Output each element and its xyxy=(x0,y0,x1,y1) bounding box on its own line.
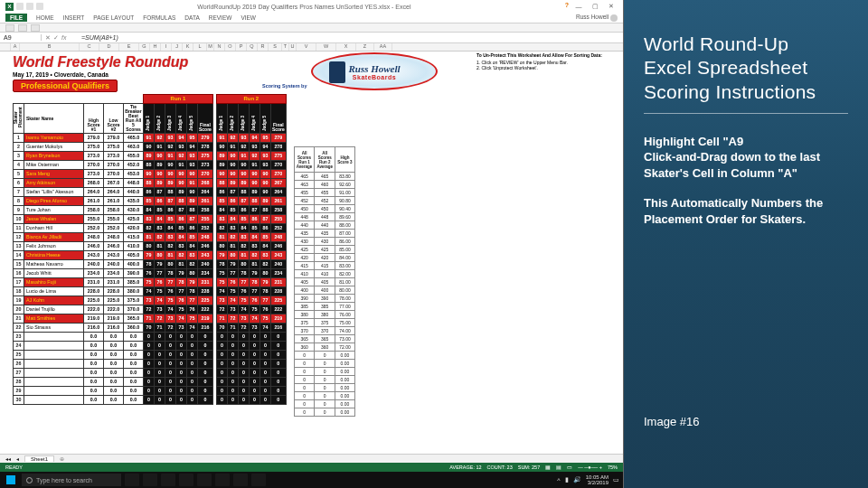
table-row[interactable]: 8Diego Pires Afonso261.0261.0435.0858687… xyxy=(14,197,287,206)
table-row[interactable]: 18Lucio de Lima228.0228.0380.07475767778… xyxy=(14,287,287,296)
table-row[interactable]: 280.00.00.0000000000000 xyxy=(14,378,287,387)
table-row[interactable]: 230.00.00.0000000000000 xyxy=(14,333,287,342)
summary-row[interactable]: 37037074.00 xyxy=(294,327,354,335)
tab-nav-first-icon[interactable]: ◂◂ xyxy=(5,455,11,462)
table-row[interactable]: 260.00.00.0000000000000 xyxy=(14,360,287,369)
summary-row[interactable]: 41041082.00 xyxy=(294,270,354,278)
summary-row[interactable]: 40540581.00 xyxy=(294,278,354,286)
summary-row[interactable]: 43043086.00 xyxy=(294,238,354,246)
summary-row[interactable]: 46546583.80 xyxy=(294,173,354,181)
name-box[interactable]: A9 xyxy=(0,34,42,41)
tray-clock[interactable]: 10:05 AM 3/2/2019 xyxy=(586,474,609,485)
tab-insert[interactable]: INSERT xyxy=(63,14,85,21)
tab-formulas[interactable]: FORMULAS xyxy=(143,14,175,21)
taskbar-app-icon[interactable] xyxy=(233,474,248,486)
close-button[interactable]: ✕ xyxy=(605,2,618,11)
table-row[interactable]: 15Matheas Navarro240.0240.0400.078798081… xyxy=(14,260,287,269)
summary-row[interactable]: 42542585.00 xyxy=(294,246,354,254)
table-row[interactable]: 10Jesse Whalen255.0255.0425.083848586872… xyxy=(14,215,287,224)
table-row[interactable]: 19AJ Kohn225.0225.0375.07374757677225737… xyxy=(14,296,287,305)
view-page-break-icon[interactable]: ▭ xyxy=(567,465,572,470)
taskbar-app-icon[interactable] xyxy=(215,474,230,486)
table-row[interactable]: 17Masahiro Fujii231.0231.0385.0757677787… xyxy=(14,278,287,287)
table-row[interactable]: 20Daniel Trujillo222.0222.0370.072737475… xyxy=(14,305,287,314)
tray-network-icon[interactable]: ▮ xyxy=(565,476,569,483)
ribbon-button[interactable] xyxy=(31,24,40,32)
table-row[interactable]: 290.00.00.0000000000000 xyxy=(14,387,287,396)
table-row[interactable]: 9Ture Johan258.0258.0430.084858687882588… xyxy=(14,206,287,215)
summary-row[interactable]: 45245290.80 xyxy=(294,197,354,205)
formula-input[interactable]: =SUM(A8+1) xyxy=(78,34,623,41)
zoom-level[interactable]: 75% xyxy=(608,465,618,470)
cancel-formula-icon[interactable]: ✕ xyxy=(45,34,51,42)
summary-row[interactable]: 36536573.00 xyxy=(294,335,354,343)
summary-row[interactable]: 37537575.00 xyxy=(294,319,354,327)
zoom-slider[interactable]: — ─●── + xyxy=(578,465,602,470)
tab-nav-prev-icon[interactable]: ◂ xyxy=(16,455,19,462)
summary-row[interactable]: 45545591.00 xyxy=(294,189,354,197)
help-icon[interactable]: ? xyxy=(565,2,569,11)
minimize-button[interactable]: — xyxy=(572,2,585,11)
taskbar-app-icon[interactable] xyxy=(251,474,266,486)
scores-table[interactable]: Run 1Run 2Skater PlacementSkater NameHig… xyxy=(13,94,287,405)
table-row[interactable]: 7Stefan "Lillis" Akesson264.0264.0440.08… xyxy=(14,188,287,197)
start-button[interactable] xyxy=(4,474,18,486)
table-row[interactable]: 4Mike Osterman270.0270.0452.088899091932… xyxy=(14,161,287,170)
maximize-button[interactable]: ▢ xyxy=(589,2,601,11)
table-row[interactable]: 16Jacob Whitt234.0234.0390.0767778798023… xyxy=(14,269,287,278)
taskbar-search[interactable]: Type here to search xyxy=(22,474,121,486)
summary-row[interactable]: 44844889.60 xyxy=(294,213,354,221)
table-row[interactable]: 270.00.00.0000000000000 xyxy=(14,369,287,378)
ribbon-button[interactable] xyxy=(5,24,14,32)
table-row[interactable]: 6Amy Atkinson268.0267.0448.0888989909126… xyxy=(14,179,287,188)
column-headers[interactable]: AB CDE GHIJKL M NOPQRS TU VWX ZAA xyxy=(0,43,623,52)
table-row[interactable]: 300.00.00.0000000000000 xyxy=(14,396,287,405)
summary-row[interactable]: 39039078.00 xyxy=(294,295,354,303)
qat-save-icon[interactable] xyxy=(16,3,24,10)
summary-row[interactable]: 000.00 xyxy=(294,392,354,400)
tray-up-icon[interactable]: ^ xyxy=(557,477,560,483)
table-row[interactable]: 3Ryan Brynelson273.0273.0455.08990919293… xyxy=(14,152,287,161)
summary-row[interactable]: 36036072.00 xyxy=(294,343,354,352)
worksheet-grid[interactable]: AB CDE GHIJKL M NOPQRS TU VWX ZAA World … xyxy=(0,43,623,454)
table-row[interactable]: 13Felix Johnson246.0246.0410.08081828384… xyxy=(14,242,287,251)
enter-formula-icon[interactable]: ✓ xyxy=(53,34,59,42)
summary-table[interactable]: All Scores Run 1 AverageAll Scores Run 2… xyxy=(294,146,355,417)
summary-row[interactable]: 46346092.60 xyxy=(294,181,354,189)
tab-file[interactable]: FILE xyxy=(5,14,27,22)
new-sheet-icon[interactable]: ⊕ xyxy=(60,455,64,462)
summary-row[interactable]: 43543587.00 xyxy=(294,230,354,238)
table-row[interactable]: 5Sara Meng273.0270.0453.0909090909027090… xyxy=(14,170,287,179)
tray-notifications-icon[interactable]: ▭ xyxy=(613,476,619,483)
summary-row[interactable]: 45045090.40 xyxy=(294,205,354,213)
taskbar-cortana-icon[interactable] xyxy=(125,474,139,486)
summary-row[interactable]: 40040080.00 xyxy=(294,286,354,295)
tray-volume-icon[interactable]: 🔊 xyxy=(573,476,581,483)
table-row[interactable]: 1Isamu Yamamoto279.0279.0465.09192939495… xyxy=(14,134,287,143)
qat-undo-icon[interactable] xyxy=(26,3,33,10)
taskbar-taskview-icon[interactable] xyxy=(143,474,157,486)
tab-view[interactable]: VIEW xyxy=(241,14,256,21)
tab-home[interactable]: HOME xyxy=(36,14,54,21)
summary-row[interactable]: 38538577.00 xyxy=(294,303,354,311)
summary-row[interactable]: 000.00 xyxy=(294,352,354,360)
table-row[interactable]: 250.00.00.0000000000000 xyxy=(14,351,287,360)
summary-row[interactable]: 000.00 xyxy=(294,360,354,368)
tab-page-layout[interactable]: PAGE LAYOUT xyxy=(93,14,134,21)
taskbar-app-icon[interactable] xyxy=(161,474,175,486)
summary-row[interactable]: 41541583.00 xyxy=(294,262,354,270)
table-row[interactable]: 21Matt Smithies219.0219.0365.07172737475… xyxy=(14,314,287,324)
table-row[interactable]: 22Sio Strauss216.0216.0360.0707172737421… xyxy=(14,324,287,333)
tab-review[interactable]: REVIEW xyxy=(209,14,232,21)
summary-row[interactable]: 000.00 xyxy=(294,400,354,408)
table-row[interactable]: 14Christina Heese243.0243.0405.079808182… xyxy=(14,251,287,260)
summary-row[interactable]: 000.00 xyxy=(294,376,354,384)
summary-row[interactable]: 42042084.00 xyxy=(294,254,354,262)
table-row[interactable]: 12Bianca Av Jilladii248.0248.0415.081828… xyxy=(14,233,287,242)
tab-data[interactable]: DATA xyxy=(184,14,199,21)
table-row[interactable]: 240.00.00.0000000000000 xyxy=(14,342,287,351)
sheet-tab-1[interactable]: Sheet1 xyxy=(24,455,54,462)
qat-redo-icon[interactable] xyxy=(36,3,43,10)
summary-row[interactable]: 000.00 xyxy=(294,384,354,392)
table-row[interactable]: 11Donham Hill252.0252.0420.0828384858625… xyxy=(14,224,287,233)
